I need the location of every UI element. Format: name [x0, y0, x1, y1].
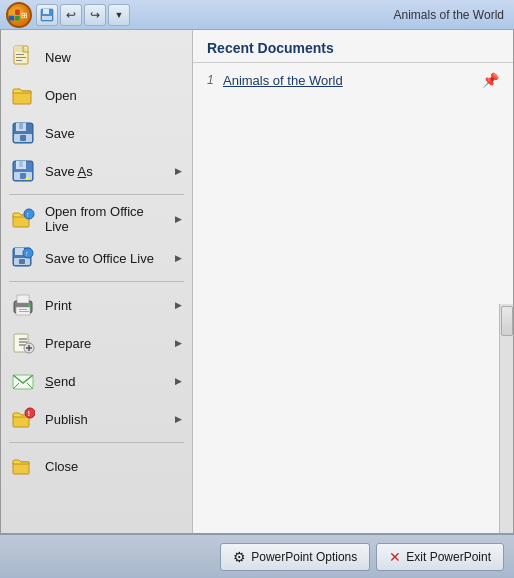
save-icon-menu: [9, 119, 37, 147]
publish-arrow: ▶: [175, 414, 182, 424]
svg-rect-3: [15, 15, 20, 20]
svg-text:↑: ↑: [25, 250, 29, 257]
prepare-icon: [9, 329, 37, 357]
save-as-label: Save As: [45, 164, 171, 179]
dropdown-icon: ▼: [115, 10, 124, 20]
options-icon: ⚙: [233, 549, 246, 565]
prepare-arrow: ▶: [175, 338, 182, 348]
menu-item-save-as[interactable]: + Save As ▶: [1, 152, 192, 190]
redo-icon: ↪: [90, 8, 100, 22]
save-as-arrow: ▶: [175, 166, 182, 176]
recent-item-1[interactable]: 1 Animals of the World 📌: [203, 69, 503, 91]
close-icon-menu: [9, 452, 37, 480]
svg-rect-30: [19, 259, 25, 264]
recent-docs-list: 1 Animals of the World 📌: [193, 63, 513, 304]
save-label: Save: [45, 126, 182, 141]
save-button[interactable]: [36, 4, 58, 26]
scroll-region: [193, 304, 513, 533]
svg-rect-34: [17, 295, 29, 303]
office-button[interactable]: [6, 2, 32, 28]
svg-rect-8: [14, 46, 23, 52]
menu-item-open-office-live[interactable]: ↑ Open from Office Live ▶: [1, 199, 192, 239]
new-label: New: [45, 50, 182, 65]
undo-button[interactable]: ↩: [60, 4, 82, 26]
recent-docs-header: Recent Documents: [193, 30, 513, 63]
pin-icon[interactable]: 📌: [482, 72, 499, 88]
new-icon: [9, 43, 37, 71]
close-label: Close: [45, 459, 182, 474]
open-office-live-label: Open from Office Live: [45, 204, 171, 234]
svg-text:↑: ↑: [26, 211, 30, 218]
redo-button[interactable]: ↪: [84, 4, 106, 26]
exit-icon: ✕: [389, 549, 401, 565]
bottom-bar: ⚙ PowerPoint Options ✕ Exit PowerPoint: [0, 534, 514, 578]
menu-item-publish[interactable]: ! Publish ▶: [1, 400, 192, 438]
svg-rect-1: [15, 9, 20, 15]
divider-3: [9, 442, 184, 443]
menu-item-send[interactable]: Send ▶: [1, 362, 192, 400]
undo-icon: ↩: [66, 8, 76, 22]
menu-panel: New Open Save: [1, 30, 193, 533]
svg-text:!: !: [28, 409, 31, 418]
open-office-live-arrow: ▶: [175, 214, 182, 224]
menu-item-close[interactable]: Close: [1, 447, 192, 485]
send-arrow: ▶: [175, 376, 182, 386]
menu-item-open[interactable]: Open: [1, 76, 192, 114]
toolbar: ↩ ↪ ▼: [36, 4, 130, 26]
save-office-live-label: Save to Office Live: [45, 251, 171, 266]
divider-1: [9, 194, 184, 195]
svg-rect-6: [42, 16, 52, 20]
svg-rect-5: [43, 9, 49, 14]
divider-2: [9, 281, 184, 282]
menu-item-print[interactable]: Print ▶: [1, 286, 192, 324]
save-as-icon: +: [9, 157, 37, 185]
open-icon: [9, 81, 37, 109]
customize-button[interactable]: ▼: [108, 4, 130, 26]
save-office-live-arrow: ▶: [175, 253, 182, 263]
save-icon: [40, 8, 54, 22]
svg-rect-15: [19, 123, 23, 129]
open-office-live-icon: ↑: [9, 205, 37, 233]
svg-rect-11: [16, 60, 22, 61]
svg-point-38: [28, 304, 31, 307]
menu-item-save-office-live[interactable]: ↑ Save to Office Live ▶: [1, 239, 192, 277]
save-office-live-icon: ↑: [9, 244, 37, 272]
scrollbar-thumb[interactable]: [501, 306, 513, 336]
svg-rect-36: [19, 309, 27, 310]
scrollbar-track[interactable]: [499, 304, 513, 533]
content-panel: Recent Documents 1 Animals of the World …: [193, 30, 513, 533]
menu-item-prepare[interactable]: Prepare ▶: [1, 324, 192, 362]
publish-label: Publish: [45, 412, 171, 427]
exit-label: Exit PowerPoint: [406, 550, 491, 564]
print-label: Print: [45, 298, 171, 313]
send-label: Send: [45, 374, 171, 389]
svg-rect-2: [9, 15, 15, 20]
send-icon: [9, 367, 37, 395]
svg-rect-10: [16, 57, 26, 58]
main-container: New Open Save: [0, 30, 514, 534]
svg-rect-17: [20, 135, 26, 141]
title-bar: ↩ ↪ ▼ Animals of the World: [0, 0, 514, 30]
svg-rect-37: [19, 311, 29, 312]
svg-rect-20: [19, 161, 23, 167]
menu-item-save[interactable]: Save: [1, 114, 192, 152]
svg-rect-9: [16, 54, 24, 55]
publish-icon: !: [9, 405, 37, 433]
svg-rect-0: [9, 9, 15, 15]
exit-powerpoint-button[interactable]: ✕ Exit PowerPoint: [376, 543, 504, 571]
office-logo-icon: [8, 7, 21, 23]
prepare-label: Prepare: [45, 336, 171, 351]
window-title: Animals of the World: [394, 8, 505, 22]
recent-item-num: 1: [207, 73, 223, 87]
powerpoint-options-button[interactable]: ⚙ PowerPoint Options: [220, 543, 370, 571]
recent-item-name: Animals of the World: [223, 73, 478, 88]
svg-text:+: +: [25, 174, 30, 183]
print-arrow: ▶: [175, 300, 182, 310]
menu-item-new[interactable]: New: [1, 38, 192, 76]
options-label: PowerPoint Options: [251, 550, 357, 564]
print-icon: [9, 291, 37, 319]
open-label: Open: [45, 88, 182, 103]
